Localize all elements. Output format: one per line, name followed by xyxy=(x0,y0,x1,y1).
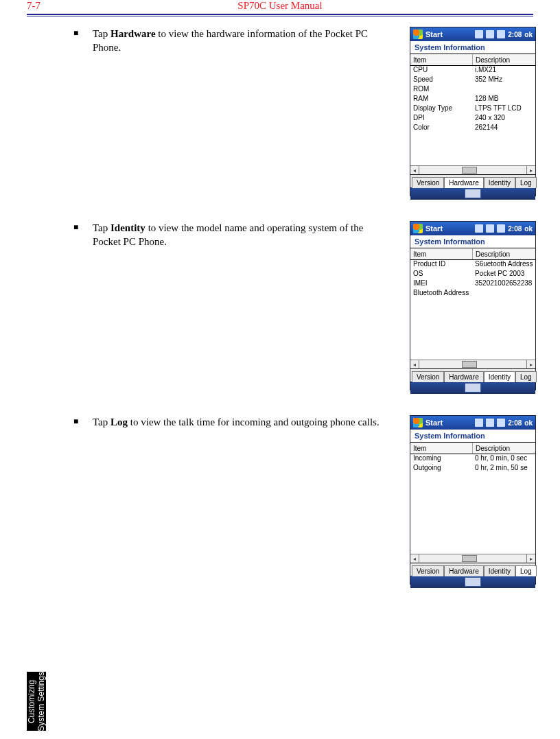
clock: 2:08 xyxy=(508,419,522,427)
status-icons: 2:08ok xyxy=(475,30,533,38)
status-icon[interactable] xyxy=(475,30,483,38)
column-item[interactable]: Item xyxy=(410,443,473,454)
column-headers: ItemDescription xyxy=(410,54,535,66)
scroll-right-icon[interactable]: ▸ xyxy=(526,166,535,174)
scroll-left-icon[interactable]: ◂ xyxy=(410,166,419,174)
keyboard-icon[interactable] xyxy=(465,383,481,392)
status-icon[interactable] xyxy=(486,224,494,233)
horizontal-scrollbar[interactable]: ◂▸ xyxy=(410,554,535,563)
windows-flag-icon[interactable] xyxy=(413,224,423,233)
column-description[interactable]: Description xyxy=(473,54,535,65)
window-title: System Information xyxy=(410,41,535,54)
scroll-right-icon[interactable]: ▸ xyxy=(526,554,535,563)
text-pre: Tap xyxy=(93,28,110,39)
cell-item: Outgoing xyxy=(410,464,472,473)
status-icon[interactable] xyxy=(497,419,505,427)
table-row: CPUi.MX21 xyxy=(410,66,535,75)
column-description[interactable]: Description xyxy=(473,443,535,454)
keyboard-icon[interactable] xyxy=(465,189,481,198)
scroll-left-icon[interactable]: ◂ xyxy=(410,554,419,563)
tab-hardware[interactable]: Hardware xyxy=(444,371,483,382)
tab-bar: VersionHardwareIdentityLog xyxy=(410,563,535,576)
tab-version[interactable]: Version xyxy=(412,177,444,188)
tab-version[interactable]: Version xyxy=(412,565,444,576)
cell-item: Color xyxy=(410,124,472,133)
window-title: System Information xyxy=(410,235,535,248)
table-row: Display TypeLTPS TFT LCD xyxy=(410,104,535,114)
status-icon[interactable] xyxy=(475,224,483,233)
column-description[interactable]: Description xyxy=(473,248,535,259)
text-bold: Log xyxy=(110,417,128,427)
chapter-tab-line2: System Settings xyxy=(36,672,46,731)
table-row: Color262144 xyxy=(410,124,535,133)
instruction-block: ■Tap Identity to view the model name and… xyxy=(73,221,465,249)
tab-identity[interactable]: Identity xyxy=(484,565,515,576)
horizontal-scrollbar[interactable]: ◂▸ xyxy=(410,165,535,174)
tab-hardware[interactable]: Hardware xyxy=(444,177,483,188)
cell-description: LTPS TFT LCD xyxy=(472,104,535,114)
cell-description: 128 MB xyxy=(472,95,535,104)
status-icons: 2:08ok xyxy=(475,419,533,427)
clock: 2:08 xyxy=(508,31,522,38)
chapter-tab-line1: Customizng xyxy=(27,679,36,723)
instruction-block: ■Tap Log to view the talk time for incom… xyxy=(73,415,465,429)
title-bar: Start2:08ok xyxy=(410,416,535,430)
sip-bar xyxy=(410,576,535,588)
table-row: Incoming0 hr, 0 min, 0 sec xyxy=(410,454,535,464)
status-icon[interactable] xyxy=(475,419,483,427)
cell-item: IMEI xyxy=(410,279,472,289)
scrollbar-track[interactable] xyxy=(419,166,526,174)
tab-log[interactable]: Log xyxy=(515,177,537,188)
status-icon[interactable] xyxy=(497,30,505,38)
column-headers: ItemDescription xyxy=(410,443,535,454)
scroll-right-icon[interactable]: ▸ xyxy=(526,360,535,368)
start-label[interactable]: Start xyxy=(425,224,443,233)
ok-button[interactable]: ok xyxy=(524,225,533,233)
status-icon[interactable] xyxy=(497,224,505,233)
keyboard-icon[interactable] xyxy=(465,577,481,587)
tab-version[interactable]: Version xyxy=(412,371,444,382)
scrollbar-thumb[interactable] xyxy=(462,555,477,562)
text-pre: Tap xyxy=(93,222,110,233)
table-row: OSPocket PC 2003 xyxy=(410,270,535,279)
start-label[interactable]: Start xyxy=(425,419,443,427)
cell-item: CPU xyxy=(410,66,472,75)
start-label[interactable]: Start xyxy=(425,30,443,38)
column-item[interactable]: Item xyxy=(410,248,473,259)
manual-title: SP70C User Manual xyxy=(0,0,560,12)
tab-hardware[interactable]: Hardware xyxy=(444,565,483,576)
cell-item: Speed xyxy=(410,75,472,85)
tab-log[interactable]: Log xyxy=(515,371,537,382)
table-row: IMEI352021002652238 xyxy=(410,279,535,289)
tab-log[interactable]: Log xyxy=(515,565,537,576)
column-item[interactable]: Item xyxy=(410,54,473,65)
scrollbar-thumb[interactable] xyxy=(462,167,477,174)
tab-identity[interactable]: Identity xyxy=(484,177,515,188)
cell-item: OS xyxy=(410,270,472,279)
ok-button[interactable]: ok xyxy=(524,419,533,427)
table-row: Speed352 MHz xyxy=(410,75,535,85)
ok-button[interactable]: ok xyxy=(524,31,533,38)
scrollbar-track[interactable] xyxy=(419,554,526,563)
pocketpc-screenshot: Start2:08okSystem InformationItemDescrip… xyxy=(410,221,536,390)
text-post: to view the talk time for incoming and o… xyxy=(128,417,380,427)
cell-description: 0 hr, 0 min, 0 sec xyxy=(472,454,535,464)
pocketpc-screenshot: Start2:08okSystem InformationItemDescrip… xyxy=(410,415,536,585)
header-rule xyxy=(27,14,533,16)
windows-flag-icon[interactable] xyxy=(413,418,423,427)
tab-identity[interactable]: Identity xyxy=(484,371,515,382)
status-icon[interactable] xyxy=(486,419,494,427)
chapter-tab: Customizng System Settings xyxy=(27,672,46,731)
cell-item: Product ID xyxy=(410,260,472,270)
horizontal-scrollbar[interactable]: ◂▸ xyxy=(410,360,535,368)
windows-flag-icon[interactable] xyxy=(413,30,423,39)
status-icon[interactable] xyxy=(486,30,494,38)
scrollbar-thumb[interactable] xyxy=(462,361,477,368)
cell-description: i.MX21 xyxy=(472,66,535,75)
cell-item: DPI xyxy=(410,114,472,124)
scroll-left-icon[interactable]: ◂ xyxy=(410,360,419,368)
sip-bar xyxy=(410,187,535,200)
cell-description: 0 hr, 2 min, 50 se xyxy=(472,464,535,473)
scrollbar-track[interactable] xyxy=(419,360,526,368)
cell-description: 352021002652238 xyxy=(472,279,535,289)
